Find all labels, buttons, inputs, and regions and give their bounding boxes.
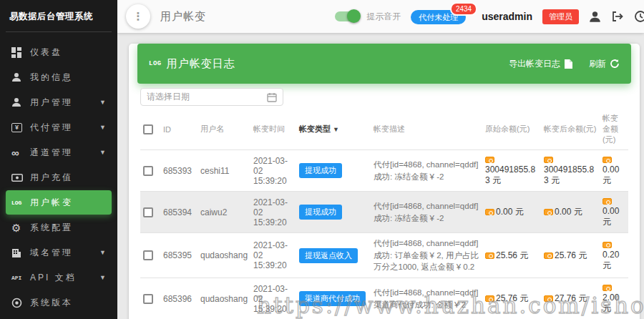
cell-time: 2021-03-02 15:39:20 [250,192,296,233]
chevron-down-icon: ▼ [99,274,106,281]
money-icon [544,157,553,163]
sidebar-item-channel-management[interactable]: ∞ 通道管理 ▼ [6,140,112,165]
sidebar-item-api-docs[interactable]: API API 文档 ▼ [6,265,112,290]
date-placeholder: 请选择日期 [147,91,267,103]
table-row: 685396 qudaoshang 2021-03-02 15:39:20 渠道… [140,278,628,319]
log-icon: LOG [11,200,30,206]
money-icon [485,252,494,259]
gear-icon: ⚙ [11,222,30,233]
toggle-thumb-icon [347,9,361,23]
cell-user: ceshi11 [197,150,250,192]
vertical-dots-icon: ⋮ [133,10,144,23]
clock-button[interactable] [634,10,644,23]
logout-button[interactable] [611,10,624,23]
type-badge[interactable]: 提现成功 [299,205,342,220]
money-icon [602,242,612,248]
sidebar-item-user-management[interactable]: 用户管理 ▼ [6,90,112,114]
cell-after: 300491855.83 元 [541,150,600,192]
cell-time: 2021-03-02 15:39:20 [250,278,296,319]
refresh-label: 刷新 [589,58,606,70]
username-label: useradmin [482,11,532,22]
topbar: ⋮ 用户帐变 提示音开 代付未处理 2434 useradmin 管理员 [117,0,644,33]
col-header-type-filter[interactable]: 帐变类型 ▼ [296,109,371,150]
sidebar-item-system-version[interactable]: 系统版本 [6,290,112,315]
select-all-checkbox[interactable] [143,124,153,134]
sidebar-item-payout-management[interactable]: ¥ 代付管理 ▼ [6,115,112,139]
chevron-down-icon: ▼ [99,149,106,156]
sidebar-item-label: 用户充值 [30,172,73,184]
person-icon [589,11,601,23]
row-checkbox[interactable] [143,207,153,217]
cell-desc: 代付[id=4868, channel=qddf]渠道商代付成功: 金额 ¥ 2 [371,278,482,319]
export-log-button[interactable]: 导出帐变日志 [509,58,573,70]
main-area: ⋮ 用户帐变 提示音开 代付未处理 2434 useradmin 管理员 [117,0,644,319]
account-button[interactable] [589,11,601,23]
money-icon [485,157,494,163]
panel-title: 用户帐变日志 [167,57,235,71]
sidebar-item-user-account-change[interactable]: LOG 用户帐变 [6,190,112,215]
money-icon [602,285,612,291]
clock-icon [634,10,644,23]
sound-toggle[interactable] [335,11,359,21]
cell-user: qudaoshang [197,233,250,278]
type-badge[interactable]: 提现返点收入 [299,248,358,263]
money-icon [485,209,494,215]
cell-before: 0.00 元 [482,192,541,233]
money-icon [544,295,553,302]
cell-after: 25.76 元 [541,233,600,278]
col-header-after: 帐变后余额(元) [541,109,600,150]
cell-id: 685393 [160,150,197,192]
cell-before: 300491855.83 元 [482,150,541,192]
date-picker-input[interactable]: 请选择日期 [140,88,283,106]
banknote-icon [11,174,30,182]
cell-time: 2021-03-02 15:39:20 [250,150,296,192]
col-header-before: 原始余额(元) [482,109,541,150]
cell-id: 685396 [160,278,197,319]
log-tag-icon: LOG [149,60,162,67]
cell-desc: 代付[id=4868, channel=qddf]成功: 冻结金额 ¥ -2 [371,150,482,192]
col-header-user: 用户名 [197,109,250,150]
sidebar-item-label: 域名管理 [30,247,73,259]
sidebar-item-dashboard[interactable]: 仪表盘 [6,40,112,64]
sidebar-item-domain-management[interactable]: 域名管理 ▼ [6,240,112,265]
row-checkbox[interactable] [143,166,153,176]
menu-dots-button[interactable]: ⋮ [126,4,150,29]
cell-after: 27.76 元 [541,278,600,319]
sidebar-item-my-info[interactable]: 我的信息 [6,65,112,89]
chevron-down-icon: ▼ [99,124,106,131]
table-header-row: ID 用户名 帐变时间 帐变类型 ▼ 帐变描述 原始余额(元) 帐变后余额(元)… [140,109,628,150]
domain-icon [11,247,30,257]
topbar-right: 提示音开 代付未处理 2434 useradmin 管理员 [335,9,637,24]
person-icon [11,72,30,82]
refresh-button[interactable]: 刷新 [589,58,620,70]
sidebar-item-label: 我的信息 [30,72,73,84]
cell-desc: 代付[id=4868, channel=qddf]成功: 冻结金额 ¥ -2 [371,192,482,233]
sidebar-item-label: 仪表盘 [30,46,62,59]
table-row: 685395 qudaoshang 2021-03-02 15:39:20 提现… [140,233,628,278]
sidebar-item-user-recharge[interactable]: 用户充值 [6,165,112,190]
sidebar-item-system-config[interactable]: ⚙ 系统配置 [6,215,112,240]
export-log-label: 导出帐变日志 [509,58,560,70]
money-icon [544,209,553,215]
file-export-icon [564,59,573,69]
account-change-table: ID 用户名 帐变时间 帐变类型 ▼ 帐变描述 原始余额(元) 帐变后余额(元)… [140,109,628,319]
role-badge[interactable]: 管理员 [542,9,579,24]
cell-after: 0.00 元 [541,192,600,233]
chevron-down-icon: ▼ [333,126,339,133]
version-icon [11,298,30,308]
user-icon [11,97,30,107]
cell-before: 25.56 元 [482,233,541,278]
cell-user: caiwu2 [197,192,250,233]
sidebar-item-label: 用户帐变 [30,197,73,209]
row-checkbox[interactable] [143,250,153,260]
infinity-icon: ∞ [11,147,30,158]
log-card: LOG 用户帐变日志 导出帐变日志 刷新 请选择日期 [129,44,640,319]
row-checkbox[interactable] [143,294,153,304]
chevron-down-icon: ▼ [99,249,106,256]
content-area: LOG 用户帐变日志 导出帐变日志 刷新 请选择日期 [117,33,644,319]
logout-icon [611,10,624,23]
sound-toggle-label: 提示音开 [366,11,401,23]
type-badge[interactable]: 渠道商代付成功 [299,291,366,306]
type-badge[interactable]: 提现成功 [299,163,342,178]
api-icon: API [11,275,30,281]
